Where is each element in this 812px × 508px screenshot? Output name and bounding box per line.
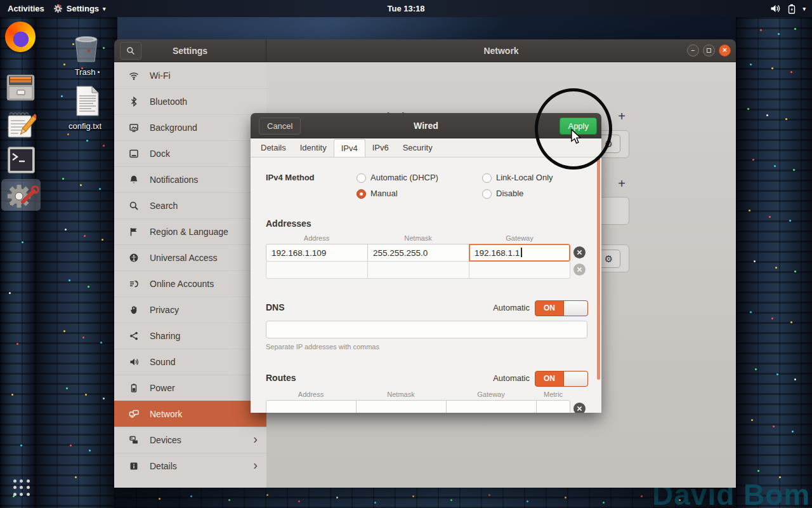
sidebar-item-devices[interactable]: Devices ›	[114, 427, 266, 453]
netmask-input[interactable]	[367, 244, 469, 262]
sidebar-item-wifi[interactable]: Wi-Fi	[114, 62, 266, 88]
dialog-headerbar: Wired Cancel Apply	[251, 113, 601, 138]
tab-details[interactable]: Details	[254, 139, 293, 157]
toggle-on-label: ON	[535, 371, 563, 386]
gateway-input[interactable]	[469, 244, 570, 262]
sidebar-item-search[interactable]: Search	[114, 192, 266, 218]
sidebar-item-label: Sound	[150, 357, 175, 367]
radio-link-local-only[interactable]	[482, 173, 492, 183]
maximize-button[interactable]	[703, 44, 715, 57]
firefox-launcher[interactable]	[5, 22, 36, 52]
file-cabinet-launcher[interactable]	[6, 74, 36, 104]
addresses-heading: Addresses	[266, 218, 311, 229]
app-menu-label: Settings	[67, 4, 99, 13]
sidebar-item-notifications[interactable]: Notifications	[114, 166, 266, 192]
route-gateway-input[interactable]	[446, 400, 537, 413]
dialog-scrollbar[interactable]	[597, 156, 600, 380]
tab-ipv4[interactable]: IPv4	[334, 139, 365, 157]
ipv4-method-label: IPv4 Method	[266, 173, 315, 182]
route-metric-input[interactable]	[536, 400, 570, 413]
sidebar-item-sharing[interactable]: Sharing	[114, 323, 266, 349]
sidebar-item-label: Universal Access	[150, 253, 218, 263]
tweaks-launcher[interactable]	[1, 179, 41, 211]
sidebar-item-universal-access[interactable]: Universal Access	[114, 244, 266, 271]
terminal-launcher[interactable]	[7, 146, 36, 177]
sidebar-item-label: Wi-Fi	[150, 70, 171, 81]
tab-identity[interactable]: Identity	[293, 139, 334, 157]
routes-automatic-toggle[interactable]: ON	[535, 371, 588, 387]
radio-automatic-dhcp-label[interactable]: Automatic (DHCP)	[370, 173, 438, 182]
radio-manual-label[interactable]: Manual	[370, 189, 398, 198]
config-file-desktop-icon[interactable]: config.txt	[67, 85, 103, 131]
trash-desktop-icon[interactable]: Trash	[69, 34, 102, 77]
sidebar-item-details[interactable]: Details ›	[114, 453, 266, 479]
sidebar-item-privacy[interactable]: Privacy	[114, 297, 266, 323]
sidebar-item-dock[interactable]: Dock	[114, 140, 266, 166]
delete-route-row-button[interactable]	[573, 403, 586, 413]
apply-button[interactable]: Apply	[560, 117, 597, 135]
dns-input[interactable]	[266, 321, 587, 338]
radio-automatic-dhcp[interactable]	[357, 173, 366, 183]
hand-icon	[129, 305, 139, 315]
gear-icon: ⚙	[605, 253, 613, 264]
add-wired-connection-button[interactable]: +	[614, 109, 629, 124]
app-menu[interactable]: Settings ▾	[53, 4, 106, 13]
sidebar-item-background[interactable]: Background	[114, 114, 266, 140]
sidebar-item-region-language[interactable]: Region & Language	[114, 218, 266, 244]
routes-automatic-label: Automatic	[473, 373, 530, 383]
delete-empty-address-row-button[interactable]	[573, 264, 586, 276]
radio-disable[interactable]	[482, 189, 492, 199]
routes-heading: Routes	[266, 373, 296, 383]
text-file-icon	[74, 85, 101, 117]
text-editor-launcher[interactable]	[6, 110, 36, 142]
address-input-empty[interactable]	[266, 261, 368, 279]
screen: David Bom Trash config.txt Activities Se…	[0, 0, 812, 508]
sidebar-item-label: Details	[150, 461, 177, 471]
cancel-button[interactable]: Cancel	[259, 117, 301, 135]
toggle-knob	[563, 371, 587, 386]
sidebar-item-sound[interactable]: Sound	[114, 349, 266, 375]
radio-link-local-only-label[interactable]: Link-Local Only	[496, 173, 553, 182]
dns-automatic-toggle[interactable]: ON	[535, 300, 588, 316]
sidebar-item-label: Network	[150, 409, 182, 419]
toggle-on-label: ON	[535, 301, 563, 316]
window-title: Network	[266, 39, 736, 62]
route-netmask-column-label: Netmask	[356, 391, 446, 398]
clock[interactable]: Tue 13:18	[0, 4, 812, 13]
tab-security[interactable]: Security	[396, 139, 440, 157]
sidebar-item-label: Online Accounts	[150, 279, 214, 289]
sidebar-item-power[interactable]: Power	[114, 375, 266, 401]
netmask-input-empty[interactable]	[367, 261, 469, 279]
config-file-label: config.txt	[67, 121, 103, 131]
sidebar-item-label: Notifications	[150, 175, 198, 185]
radio-manual[interactable]	[357, 189, 366, 199]
sidebar-item-label: Bluetooth	[150, 97, 187, 107]
firefox-icon	[5, 22, 36, 52]
add-vpn-button[interactable]: +	[614, 177, 629, 192]
route-netmask-input[interactable]	[356, 400, 447, 413]
minimize-button[interactable]: −	[687, 44, 699, 57]
address-input[interactable]	[266, 244, 368, 262]
sidebar-item-online-accounts[interactable]: s Online Accounts	[114, 271, 266, 297]
delete-address-row-button[interactable]	[573, 246, 586, 258]
network-icon	[129, 409, 139, 419]
activities-button[interactable]: Activities	[8, 4, 44, 13]
gear-icon: ⚙	[605, 138, 613, 149]
close-button[interactable]: ✕	[719, 44, 731, 57]
top-panel: Activities Settings ▾ Tue 13:18 ▾	[0, 0, 812, 17]
system-status-area[interactable]: ▾	[770, 4, 806, 14]
server-rack	[736, 17, 812, 508]
route-address-input[interactable]	[266, 400, 357, 413]
show-applications-button[interactable]	[11, 478, 32, 498]
sidebar-item-network[interactable]: Network	[114, 401, 266, 427]
radio-disable-label[interactable]: Disable	[496, 189, 523, 198]
sidebar-item-label: Sharing	[150, 331, 180, 341]
dns-hint: Separate IP addresses with commas	[266, 343, 379, 351]
settings-gear-icon	[53, 4, 63, 13]
bell-icon	[129, 175, 139, 185]
sidebar-item-bluetooth[interactable]: Bluetooth	[114, 88, 266, 114]
trash-icon	[72, 34, 101, 63]
tab-ipv6[interactable]: IPv6	[365, 139, 396, 157]
gateway-input-empty[interactable]	[469, 261, 570, 279]
close-icon	[577, 267, 582, 272]
